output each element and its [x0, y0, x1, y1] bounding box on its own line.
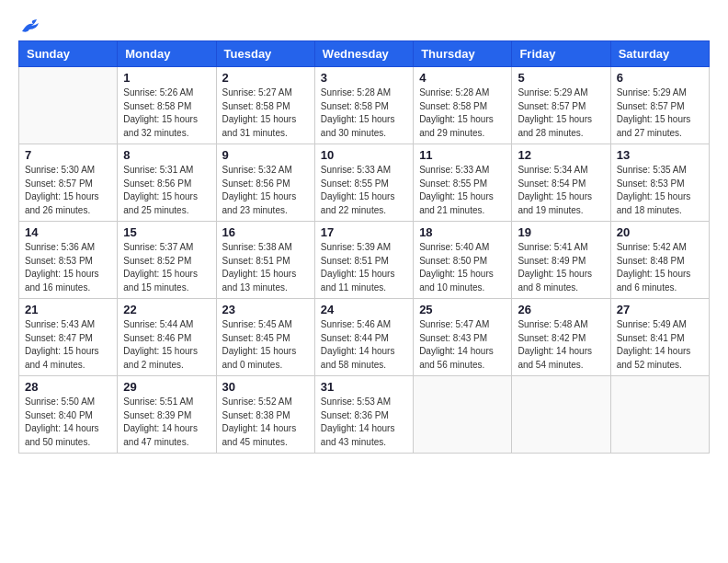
calendar-cell: 7Sunrise: 5:30 AMSunset: 8:57 PMDaylight… [19, 144, 118, 222]
calendar-cell: 22Sunrise: 5:44 AMSunset: 8:46 PMDayligh… [118, 299, 216, 376]
calendar-week-row: 14Sunrise: 5:36 AMSunset: 8:53 PMDayligh… [19, 222, 710, 299]
day-info: Sunrise: 5:37 AMSunset: 8:52 PMDaylight:… [123, 241, 210, 294]
calendar-cell: 10Sunrise: 5:33 AMSunset: 8:55 PMDayligh… [314, 144, 413, 222]
day-number: 8 [123, 148, 210, 162]
calendar-table: SundayMondayTuesdayWednesdayThursdayFrid… [18, 40, 710, 454]
day-info: Sunrise: 5:51 AMSunset: 8:39 PMDaylight:… [123, 396, 210, 449]
calendar-week-row: 7Sunrise: 5:30 AMSunset: 8:57 PMDaylight… [19, 144, 710, 222]
day-number: 17 [321, 225, 407, 239]
calendar-cell: 21Sunrise: 5:43 AMSunset: 8:47 PMDayligh… [19, 299, 118, 376]
day-info: Sunrise: 5:29 AMSunset: 8:57 PMDaylight:… [518, 86, 604, 140]
weekday-header-thursday: Thursday [414, 41, 512, 67]
weekday-header-tuesday: Tuesday [216, 41, 314, 67]
day-info: Sunrise: 5:53 AMSunset: 8:36 PMDaylight:… [321, 396, 407, 449]
calendar-cell: 25Sunrise: 5:47 AMSunset: 8:43 PMDayligh… [414, 299, 512, 376]
calendar-cell: 30Sunrise: 5:52 AMSunset: 8:38 PMDayligh… [216, 376, 314, 454]
logo [18, 18, 40, 33]
day-number: 24 [321, 303, 407, 316]
calendar-cell: 31Sunrise: 5:53 AMSunset: 8:36 PMDayligh… [314, 376, 413, 454]
calendar-cell: 13Sunrise: 5:35 AMSunset: 8:53 PMDayligh… [610, 144, 709, 222]
day-number: 18 [419, 225, 506, 239]
day-number: 21 [25, 303, 111, 316]
calendar-cell: 4Sunrise: 5:28 AMSunset: 8:58 PMDaylight… [414, 67, 512, 144]
day-info: Sunrise: 5:48 AMSunset: 8:42 PMDaylight:… [518, 318, 604, 372]
day-number: 28 [25, 380, 111, 394]
day-info: Sunrise: 5:30 AMSunset: 8:57 PMDaylight:… [25, 164, 111, 217]
day-info: Sunrise: 5:47 AMSunset: 8:43 PMDaylight:… [419, 318, 506, 372]
day-number: 12 [518, 148, 604, 162]
calendar-cell: 5Sunrise: 5:29 AMSunset: 8:57 PMDaylight… [512, 67, 610, 144]
day-info: Sunrise: 5:46 AMSunset: 8:44 PMDaylight:… [321, 318, 407, 372]
day-info: Sunrise: 5:39 AMSunset: 8:51 PMDaylight:… [321, 241, 407, 294]
day-info: Sunrise: 5:27 AMSunset: 8:58 PMDaylight:… [222, 86, 309, 140]
day-info: Sunrise: 5:33 AMSunset: 8:55 PMDaylight:… [321, 164, 407, 217]
day-info: Sunrise: 5:34 AMSunset: 8:54 PMDaylight:… [518, 164, 604, 217]
logo-bird-icon [20, 18, 40, 35]
calendar-cell: 26Sunrise: 5:48 AMSunset: 8:42 PMDayligh… [512, 299, 610, 376]
calendar-cell: 17Sunrise: 5:39 AMSunset: 8:51 PMDayligh… [314, 222, 413, 299]
day-number: 22 [123, 303, 210, 316]
day-info: Sunrise: 5:33 AMSunset: 8:55 PMDaylight:… [419, 164, 506, 217]
calendar-cell [414, 376, 512, 454]
calendar-cell: 16Sunrise: 5:38 AMSunset: 8:51 PMDayligh… [216, 222, 314, 299]
calendar-cell: 14Sunrise: 5:36 AMSunset: 8:53 PMDayligh… [19, 222, 118, 299]
day-number: 14 [25, 225, 111, 239]
calendar-cell: 11Sunrise: 5:33 AMSunset: 8:55 PMDayligh… [414, 144, 512, 222]
calendar-week-row: 21Sunrise: 5:43 AMSunset: 8:47 PMDayligh… [19, 299, 710, 376]
day-number: 6 [617, 71, 703, 85]
weekday-header-row: SundayMondayTuesdayWednesdayThursdayFrid… [19, 41, 710, 67]
calendar-week-row: 28Sunrise: 5:50 AMSunset: 8:40 PMDayligh… [19, 376, 710, 454]
calendar-cell: 20Sunrise: 5:42 AMSunset: 8:48 PMDayligh… [610, 222, 709, 299]
calendar-cell: 15Sunrise: 5:37 AMSunset: 8:52 PMDayligh… [118, 222, 216, 299]
day-number: 4 [419, 71, 506, 85]
day-number: 23 [222, 303, 309, 316]
weekday-header-monday: Monday [118, 41, 216, 67]
day-info: Sunrise: 5:45 AMSunset: 8:45 PMDaylight:… [222, 318, 309, 372]
calendar-cell [19, 67, 118, 144]
weekday-header-saturday: Saturday [610, 41, 709, 67]
day-number: 19 [518, 225, 604, 239]
calendar-cell: 28Sunrise: 5:50 AMSunset: 8:40 PMDayligh… [19, 376, 118, 454]
day-number: 13 [617, 148, 703, 162]
day-info: Sunrise: 5:42 AMSunset: 8:48 PMDaylight:… [617, 241, 703, 294]
day-number: 20 [617, 225, 703, 239]
calendar-cell: 19Sunrise: 5:41 AMSunset: 8:49 PMDayligh… [512, 222, 610, 299]
calendar-cell: 27Sunrise: 5:49 AMSunset: 8:41 PMDayligh… [610, 299, 709, 376]
day-info: Sunrise: 5:32 AMSunset: 8:56 PMDaylight:… [222, 164, 309, 217]
calendar-cell: 18Sunrise: 5:40 AMSunset: 8:50 PMDayligh… [414, 222, 512, 299]
day-number: 7 [25, 148, 111, 162]
day-number: 9 [222, 148, 309, 162]
day-info: Sunrise: 5:44 AMSunset: 8:46 PMDaylight:… [123, 318, 210, 372]
weekday-header-wednesday: Wednesday [314, 41, 413, 67]
day-number: 16 [222, 225, 309, 239]
day-number: 15 [123, 225, 210, 239]
calendar-cell: 9Sunrise: 5:32 AMSunset: 8:56 PMDaylight… [216, 144, 314, 222]
day-number: 25 [419, 303, 506, 316]
day-info: Sunrise: 5:28 AMSunset: 8:58 PMDaylight:… [419, 86, 506, 140]
calendar-cell: 24Sunrise: 5:46 AMSunset: 8:44 PMDayligh… [314, 299, 413, 376]
day-number: 31 [321, 380, 407, 394]
calendar-cell: 2Sunrise: 5:27 AMSunset: 8:58 PMDaylight… [216, 67, 314, 144]
day-info: Sunrise: 5:40 AMSunset: 8:50 PMDaylight:… [419, 241, 506, 294]
day-info: Sunrise: 5:49 AMSunset: 8:41 PMDaylight:… [617, 318, 703, 372]
weekday-header-friday: Friday [512, 41, 610, 67]
calendar-cell: 12Sunrise: 5:34 AMSunset: 8:54 PMDayligh… [512, 144, 610, 222]
day-info: Sunrise: 5:41 AMSunset: 8:49 PMDaylight:… [518, 241, 604, 294]
calendar-cell: 3Sunrise: 5:28 AMSunset: 8:58 PMDaylight… [314, 67, 413, 144]
day-number: 3 [321, 71, 407, 85]
day-info: Sunrise: 5:38 AMSunset: 8:51 PMDaylight:… [222, 241, 309, 294]
calendar-cell [610, 376, 709, 454]
calendar-cell: 23Sunrise: 5:45 AMSunset: 8:45 PMDayligh… [216, 299, 314, 376]
day-info: Sunrise: 5:52 AMSunset: 8:38 PMDaylight:… [222, 396, 309, 449]
calendar-cell: 29Sunrise: 5:51 AMSunset: 8:39 PMDayligh… [118, 376, 216, 454]
day-number: 11 [419, 148, 506, 162]
day-number: 26 [518, 303, 604, 316]
day-info: Sunrise: 5:35 AMSunset: 8:53 PMDaylight:… [617, 164, 703, 217]
day-info: Sunrise: 5:50 AMSunset: 8:40 PMDaylight:… [25, 396, 111, 449]
calendar-cell [512, 376, 610, 454]
calendar-cell: 1Sunrise: 5:26 AMSunset: 8:58 PMDaylight… [118, 67, 216, 144]
day-number: 1 [123, 71, 210, 85]
day-number: 27 [617, 303, 703, 316]
day-number: 10 [321, 148, 407, 162]
calendar-cell: 8Sunrise: 5:31 AMSunset: 8:56 PMDaylight… [118, 144, 216, 222]
